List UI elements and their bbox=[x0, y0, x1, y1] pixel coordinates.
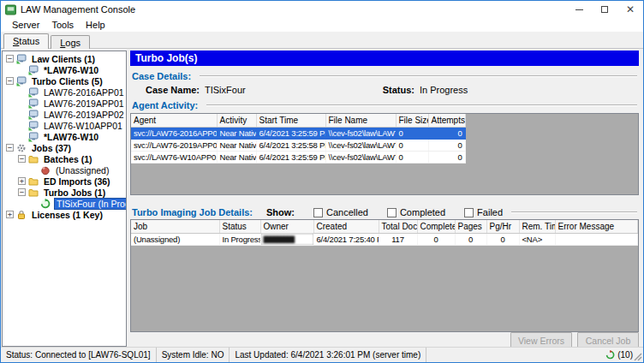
close-icon: ✕ bbox=[626, 4, 635, 15]
tree-item-turbo-clients-5[interactable]: −Turbo Clients (5) bbox=[3, 75, 126, 86]
tree-item-label: LAW76-2016APP01 bbox=[42, 87, 126, 98]
checkbox-cancelled[interactable] bbox=[313, 208, 323, 217]
table-cell: Near Native Im bbox=[217, 139, 256, 151]
tree-item-law76-w10[interactable]: *LAW76-W10 bbox=[3, 64, 126, 75]
table-header-row: JobStatusOwnerCreatedTotal DocsCompleted… bbox=[131, 220, 637, 233]
table-cell: 6/4/2021 3:25:59 PM bbox=[256, 151, 325, 163]
menu-item-help[interactable]: Help bbox=[80, 20, 111, 30]
table-cell: 6/4/2021 3:25:59 PM bbox=[256, 127, 325, 139]
tree-item-label: Licenses (1 Key) bbox=[30, 210, 104, 220]
tree-item-law76-w10[interactable]: *LAW76-W10 bbox=[3, 131, 126, 142]
tab-status[interactable]: Status bbox=[3, 33, 49, 49]
tree-item-law76-2016app01[interactable]: LAW76-2016APP01 bbox=[3, 86, 126, 98]
checkbox-label: Failed bbox=[477, 207, 503, 217]
collapse-icon[interactable]: − bbox=[6, 55, 14, 62]
title-bar: LAW Management Console ✕ bbox=[1, 1, 643, 18]
table-header-row: AgentActivityStart TimeFile NameFile Siz… bbox=[131, 114, 465, 127]
checkbox-failed[interactable] bbox=[464, 208, 474, 217]
filter-completed: Completed bbox=[387, 207, 445, 217]
menu-item-server[interactable]: Server bbox=[6, 20, 45, 30]
filter-cancelled: Cancelled bbox=[313, 207, 368, 217]
divider bbox=[511, 211, 637, 213]
tree-item-tisixfour-in-progress[interactable]: TISixFour (In Progress) bbox=[3, 198, 126, 209]
minimize-button[interactable] bbox=[566, 1, 592, 18]
tab-label: Logs bbox=[60, 38, 80, 48]
column-header-created[interactable]: Created bbox=[313, 220, 379, 233]
column-header-owner[interactable]: Owner bbox=[260, 220, 313, 233]
turbojob-icon bbox=[40, 199, 51, 209]
tree-item-unassigned[interactable]: (Unassigned) bbox=[3, 164, 126, 176]
column-header-completed[interactable]: Completed bbox=[417, 220, 455, 233]
tree-item-ed-imports-36[interactable]: +ED Imports (36) bbox=[3, 176, 126, 187]
expand-icon[interactable]: + bbox=[18, 177, 26, 185]
case-name-value: TISixFour bbox=[205, 85, 246, 95]
column-header-file-name[interactable]: File Name bbox=[325, 114, 396, 127]
collapse-icon[interactable]: − bbox=[18, 188, 26, 196]
refresh-icon[interactable] bbox=[605, 350, 615, 360]
column-header-attempts[interactable]: Attempts bbox=[428, 114, 465, 127]
resize-grip[interactable] bbox=[632, 351, 642, 361]
tree-item-label: Batches (1) bbox=[42, 154, 94, 164]
tree-item-turbo-jobs-1[interactable]: −Turbo Jobs (1) bbox=[3, 187, 126, 198]
table-cell: 0 bbox=[396, 151, 428, 163]
folder-icon bbox=[28, 154, 39, 164]
table-cell: svc://LAW76-2019APP02:2 bbox=[131, 139, 217, 151]
refresh-count: (10) bbox=[617, 350, 633, 360]
column-header-job[interactable]: Job bbox=[131, 220, 219, 233]
job-details-label: Turbo Imaging Job Details: bbox=[132, 207, 253, 217]
tree-item-batches-1[interactable]: −Batches (1) bbox=[3, 153, 126, 164]
tab-logs[interactable]: Logs bbox=[51, 35, 90, 49]
view-errors-button[interactable]: View Errors bbox=[510, 332, 572, 347]
table-cell: 0 bbox=[428, 139, 465, 151]
agent-activity-table: AgentActivityStart TimeFile NameFile Siz… bbox=[131, 114, 466, 164]
column-header-activity[interactable]: Activity bbox=[217, 114, 256, 127]
tree-item-law-clients-1[interactable]: −Law Clients (1) bbox=[3, 53, 126, 64]
table-cell: In Progress bbox=[219, 233, 260, 245]
table-cell: 0 bbox=[455, 233, 486, 245]
column-header-start-time[interactable]: Start Time bbox=[256, 114, 325, 127]
column-header-file-size[interactable]: File Size bbox=[396, 114, 428, 127]
table-cell: 0 bbox=[396, 127, 428, 139]
table-cell: \\cev-fs02\law\LAW76\TISixFou bbox=[325, 151, 396, 163]
table-row[interactable]: svc://LAW76-2019APP02:2Near Native Im6/4… bbox=[131, 139, 465, 151]
close-button[interactable]: ✕ bbox=[617, 1, 643, 18]
menu-item-tools[interactable]: Tools bbox=[45, 20, 80, 30]
collapse-icon[interactable]: − bbox=[18, 155, 26, 163]
column-header-agent[interactable]: Agent bbox=[131, 114, 217, 127]
divider bbox=[200, 75, 637, 77]
tree-item-label: (Unassigned) bbox=[54, 165, 110, 176]
client-icon bbox=[28, 132, 39, 142]
tree-item-law76-2019app02[interactable]: LAW76-2019APP02 bbox=[3, 109, 126, 120]
table-row[interactable]: svc://LAW76-W10APP01:2Near Native Im6/4/… bbox=[131, 151, 465, 163]
table-row[interactable]: (Unassigned)In Progress█████████6/4/2021… bbox=[131, 233, 637, 245]
minimize-icon bbox=[575, 9, 583, 10]
table-cell: 0 bbox=[417, 233, 455, 245]
folder-icon bbox=[28, 176, 39, 187]
tree-item-label: ED Imports (36) bbox=[42, 176, 112, 187]
tree-item-jobs-37[interactable]: −Jobs (37) bbox=[3, 142, 126, 153]
column-header-rem-time[interactable]: Rem. Time bbox=[519, 220, 555, 233]
clients-icon bbox=[16, 76, 27, 86]
checkbox-completed[interactable] bbox=[387, 208, 397, 217]
column-header-pages[interactable]: Pages bbox=[455, 220, 486, 233]
maximize-button[interactable] bbox=[592, 1, 617, 18]
table-cell: 117 bbox=[379, 233, 417, 245]
tab-strip: StatusLogs bbox=[1, 32, 643, 49]
tree-item-law76-2019app01[interactable]: LAW76-2019APP01 bbox=[3, 98, 126, 109]
column-header-pg-hr[interactable]: Pg/Hr bbox=[486, 220, 519, 233]
tree-item-licenses-1-key[interactable]: +Licenses (1 Key) bbox=[3, 209, 126, 220]
job-details-table: JobStatusOwnerCreatedTotal DocsCompleted… bbox=[131, 220, 638, 246]
case-details-label: Case Details: bbox=[132, 71, 191, 81]
cancel-job-button[interactable]: Cancel Job bbox=[577, 332, 639, 347]
tree-item-law76-w10app01[interactable]: LAW76-W10APP01 bbox=[3, 120, 126, 131]
expand-icon[interactable]: + bbox=[6, 211, 14, 218]
column-header-error-message[interactable]: Error Message bbox=[555, 220, 637, 233]
tree-item-label: TISixFour (In Progress) bbox=[54, 198, 127, 210]
table-cell: 0 bbox=[486, 233, 519, 245]
table-cell: svc://LAW76-2016APP01:2 bbox=[131, 127, 217, 139]
column-header-total-docs[interactable]: Total Docs bbox=[379, 220, 417, 233]
collapse-icon[interactable]: − bbox=[6, 77, 14, 85]
column-header-status[interactable]: Status bbox=[219, 220, 260, 233]
table-row[interactable]: svc://LAW76-2016APP01:2Near Native Im6/4… bbox=[131, 127, 465, 139]
collapse-icon[interactable]: − bbox=[6, 144, 14, 152]
